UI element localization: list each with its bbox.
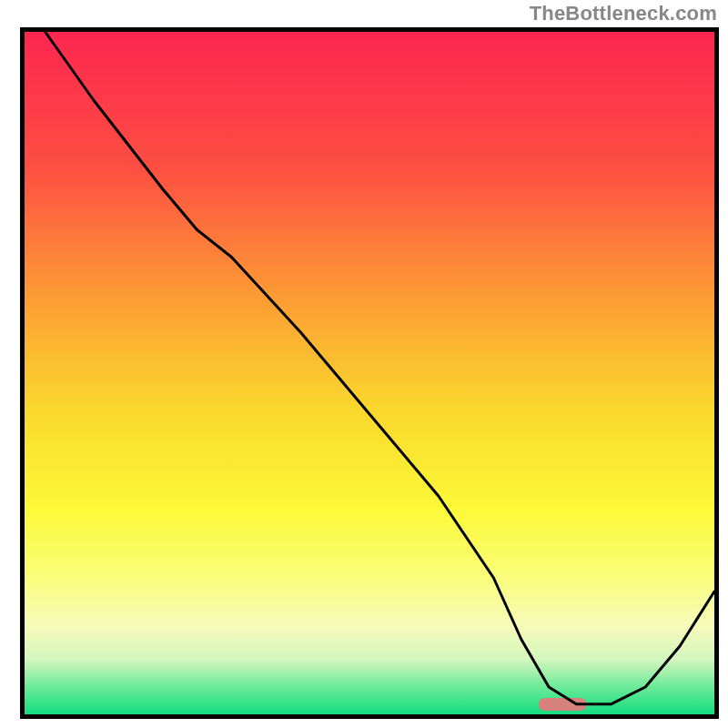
watermark-text: TheBottleneck.com: [530, 2, 717, 25]
bottleneck-chart: [0, 0, 728, 728]
plot-background: [25, 32, 714, 714]
chart-container: TheBottleneck.com: [0, 0, 728, 728]
